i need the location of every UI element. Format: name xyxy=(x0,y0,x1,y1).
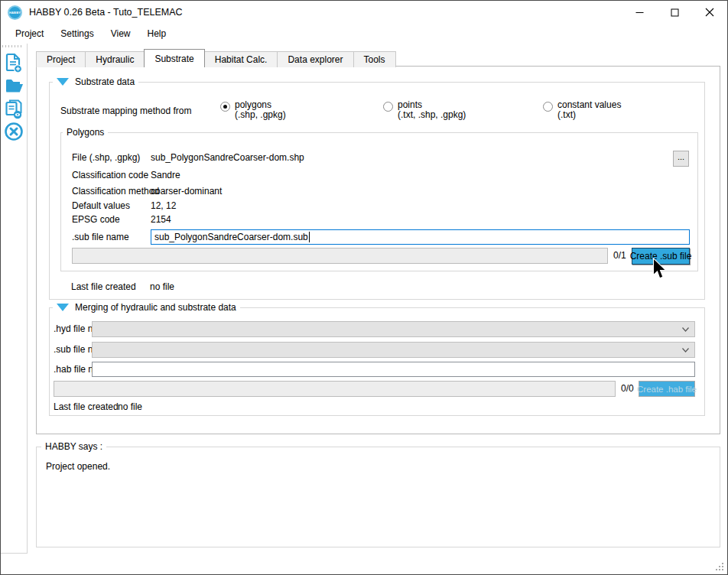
radio-option-constant-values[interactable]: constant values (.txt) xyxy=(543,100,621,120)
substrate-data-group: Substrate data Substrate mapping method … xyxy=(49,82,705,300)
hab-progress-bar xyxy=(54,381,616,397)
sub-file-name-input[interactable]: sub_PolygonSandreCoarser-dom.sub xyxy=(151,229,690,245)
close-project-icon xyxy=(4,122,24,141)
radio-option-points[interactable]: points (.txt, .shp, .gpkg) xyxy=(383,100,466,120)
sub-last-file-label: Last file created xyxy=(71,281,136,292)
default-values-label: Default values xyxy=(72,200,130,211)
toolbar-drag-handle[interactable] xyxy=(2,45,24,47)
sub-last-file-value: no file xyxy=(150,281,174,292)
radio-option-polygons[interactable]: polygons (.shp, .gpkg) xyxy=(220,100,286,120)
create-hab-file-button[interactable]: Create .hab file xyxy=(639,381,695,397)
sub-progress-count: 0/1 xyxy=(613,250,626,261)
radio-points-icon[interactable] xyxy=(383,102,393,112)
tab-bar: Project Hydraulic Substrate Habitat Calc… xyxy=(36,49,395,67)
text-caret xyxy=(309,232,310,242)
epsg-code-label: EPSG code xyxy=(72,214,120,225)
open-project-button[interactable] xyxy=(2,75,25,96)
collapse-arrow-icon[interactable] xyxy=(57,304,69,311)
classification-method-label: Classification method xyxy=(72,186,159,197)
epsg-code-value: 2154 xyxy=(151,214,171,225)
sub-progress-bar xyxy=(72,248,608,264)
view-project-files-icon xyxy=(5,99,24,119)
menu-settings[interactable]: Settings xyxy=(52,25,102,42)
open-project-icon xyxy=(5,76,24,95)
substrate-group-title: Substrate data xyxy=(75,76,135,87)
menu-bar: Project Settings View Help xyxy=(1,24,727,44)
close-button[interactable] xyxy=(692,1,727,24)
radio-points-sublabel: (.txt, .shp, .gpkg) xyxy=(398,110,466,120)
polygons-group-title: Polygons xyxy=(67,127,104,138)
console-group: HABBY says : Project opened. xyxy=(36,447,720,547)
maximize-button[interactable] xyxy=(657,1,692,24)
close-icon xyxy=(705,8,714,17)
menu-help[interactable]: Help xyxy=(139,25,175,42)
console-title: HABBY says : xyxy=(45,441,102,452)
merging-group: Merging of hydraulic and substrate data … xyxy=(49,307,705,416)
chevron-down-icon xyxy=(682,348,689,352)
polygons-group: Polygons File (.shp, .gpkg) sub_PolygonS… xyxy=(60,132,698,271)
file-label: File (.shp, .gpkg) xyxy=(72,152,140,163)
resize-grip[interactable] xyxy=(716,563,723,570)
tab-tools[interactable]: Tools xyxy=(353,51,396,67)
close-project-button[interactable] xyxy=(2,121,25,142)
hab-progress-count: 0/0 xyxy=(621,383,634,394)
substrate-tab-content: Substrate data Substrate mapping method … xyxy=(36,66,720,434)
classification-code-label: Classification code xyxy=(72,170,148,180)
tab-data-explorer[interactable]: Data explorer xyxy=(277,51,353,67)
menu-view[interactable]: View xyxy=(102,25,139,42)
new-project-button[interactable] xyxy=(2,52,25,73)
classification-code-value: Sandre xyxy=(151,170,180,180)
file-value: sub_PolygonSandreCoarser-dom.shp xyxy=(151,152,304,163)
merge-sub-file-combobox[interactable] xyxy=(92,342,695,358)
tab-project[interactable]: Project xyxy=(36,51,86,67)
app-logo-text: HABBY xyxy=(9,11,21,15)
merge-last-file-label: Last file created xyxy=(54,401,119,412)
minimize-icon xyxy=(635,8,644,17)
classification-method-value: coarser-dominant xyxy=(151,186,222,197)
maximize-icon xyxy=(671,8,679,17)
minimize-button[interactable] xyxy=(622,1,657,24)
console-message: Project opened. xyxy=(46,461,110,472)
view-project-files-button[interactable] xyxy=(2,98,25,119)
app-window: HABBY HABBY 0.26 Beta - Tuto_TELEMAC Pro… xyxy=(0,0,728,575)
window-controls xyxy=(622,1,727,24)
tab-habitat-calc[interactable]: Habitat Calc. xyxy=(204,51,278,67)
menu-project[interactable]: Project xyxy=(7,25,52,42)
left-toolbar xyxy=(1,44,28,554)
tab-hydraulic[interactable]: Hydraulic xyxy=(85,51,145,67)
chevron-down-icon xyxy=(682,327,689,332)
radio-constant-values-icon[interactable] xyxy=(543,102,553,112)
main-area: Project Hydraulic Substrate Habitat Calc… xyxy=(28,44,727,574)
default-values-value: 12, 12 xyxy=(151,200,176,211)
radio-polygons-icon[interactable] xyxy=(220,102,230,112)
merge-last-file-value: no file xyxy=(118,401,142,412)
tab-substrate[interactable]: Substrate xyxy=(144,49,204,67)
collapse-arrow-icon[interactable] xyxy=(57,78,69,86)
sub-file-name-label: .sub file name xyxy=(72,232,129,242)
app-body: Project Hydraulic Substrate Habitat Calc… xyxy=(1,44,727,574)
title-bar: HABBY HABBY 0.26 Beta - Tuto_TELEMAC xyxy=(1,1,727,24)
app-logo-icon: HABBY xyxy=(8,5,22,20)
mouse-cursor xyxy=(652,258,667,280)
radio-constant-values-sublabel: (.txt) xyxy=(557,110,621,120)
hyd-file-combobox[interactable] xyxy=(92,321,695,337)
window-title: HABBY 0.26 Beta - Tuto_TELEMAC xyxy=(29,7,183,18)
merging-group-title: Merging of hydraulic and substrate data xyxy=(75,302,236,313)
sub-file-name-text: sub_PolygonSandreCoarser-dom.sub xyxy=(154,232,308,242)
new-project-icon xyxy=(5,53,23,73)
mapping-method-label: Substrate mapping method from xyxy=(60,106,191,116)
radio-polygons-sublabel: (.shp, .gpkg) xyxy=(235,110,286,120)
browse-file-button[interactable]: ... xyxy=(673,151,689,167)
hab-file-name-input[interactable] xyxy=(92,362,695,377)
